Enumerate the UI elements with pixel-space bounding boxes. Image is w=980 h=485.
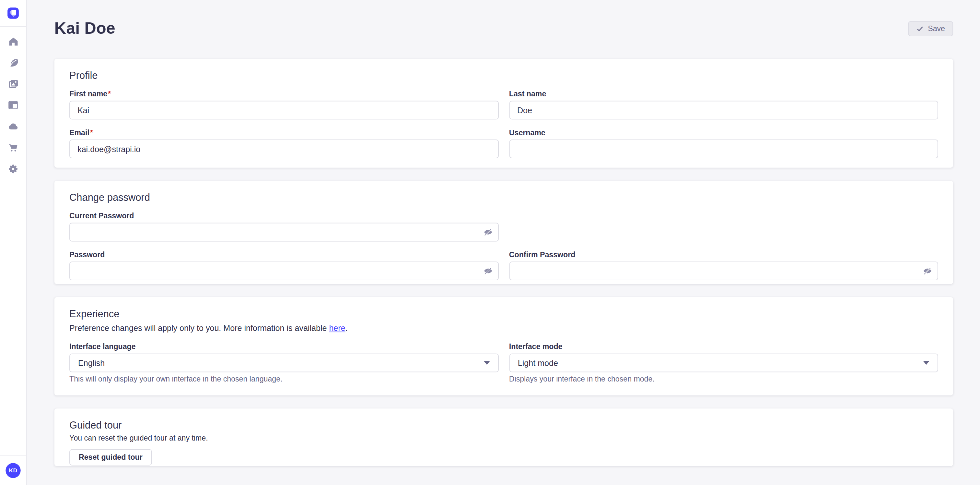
images-icon <box>8 78 19 89</box>
current-password-label: Current Password <box>69 212 498 220</box>
sidebar-footer: KD <box>0 455 26 485</box>
username-field-group: Username <box>509 128 938 158</box>
profile-heading: Profile <box>69 70 938 81</box>
guided-tour-description: You can reset the guided tour at any tim… <box>69 434 938 442</box>
gear-icon <box>8 163 19 174</box>
eye-off-icon <box>923 267 932 275</box>
interface-mode-value: Light mode <box>518 358 558 368</box>
sidebar-item-marketplace[interactable] <box>5 140 21 155</box>
password-grid-spacer <box>509 212 938 242</box>
interface-mode-hint: Displays your interface in the chosen mo… <box>509 375 938 383</box>
sidebar-item-content-manager[interactable] <box>5 55 21 70</box>
interface-mode-label: Interface mode <box>509 342 938 351</box>
guided-tour-heading: Guided tour <box>69 420 938 431</box>
eye-off-icon <box>484 267 492 275</box>
toggle-current-password-visibility-button[interactable] <box>484 228 492 236</box>
last-name-field-group: Last name <box>509 89 938 120</box>
required-marker: * <box>90 128 93 137</box>
confirm-password-field-group: Confirm Password <box>509 250 938 280</box>
check-icon <box>916 25 924 32</box>
cloud-icon <box>8 121 19 132</box>
confirm-password-label: Confirm Password <box>509 250 938 259</box>
current-password-input[interactable] <box>69 223 498 242</box>
page-header: Kai Doe Save <box>54 19 953 38</box>
sidebar: KD <box>0 0 27 485</box>
strapi-logo-icon <box>8 8 19 19</box>
feather-icon <box>8 57 19 68</box>
layout-icon <box>8 100 19 111</box>
toggle-new-password-visibility-button[interactable] <box>484 267 492 275</box>
sidebar-item-settings[interactable] <box>5 161 21 177</box>
change-password-card: Change password Current Password <box>54 181 953 284</box>
sidebar-item-deploy[interactable] <box>5 119 21 134</box>
required-marker: * <box>108 89 111 98</box>
save-button-label: Save <box>928 24 945 33</box>
interface-language-field-group: Interface language English This will onl… <box>69 342 498 383</box>
new-password-input[interactable] <box>69 262 498 280</box>
first-name-field-group: First name* <box>69 89 498 120</box>
reset-guided-tour-button[interactable]: Reset guided tour <box>69 449 152 466</box>
cart-icon <box>8 142 19 153</box>
profile-card: Profile First name* Last name <box>54 59 953 168</box>
first-name-input[interactable] <box>69 101 498 120</box>
logo-section <box>0 0 26 27</box>
email-field-group: Email* <box>69 128 498 158</box>
main-content: Kai Doe Save Profile First name* <box>27 0 980 485</box>
username-label: Username <box>509 128 938 137</box>
interface-language-value: English <box>78 358 105 368</box>
page-title: Kai Doe <box>54 19 115 38</box>
sidebar-item-content-type-builder[interactable] <box>5 98 21 113</box>
save-button[interactable]: Save <box>908 21 953 36</box>
new-password-field-group: Password <box>69 250 498 280</box>
last-name-label: Last name <box>509 89 938 98</box>
home-icon <box>8 36 19 47</box>
profile-grid: First name* Last name Email* <box>69 89 938 158</box>
interface-language-select[interactable]: English <box>69 354 498 372</box>
toggle-confirm-password-visibility-button[interactable] <box>923 267 932 275</box>
email-input[interactable] <box>69 139 498 158</box>
user-avatar[interactable]: KD <box>5 463 21 478</box>
current-password-field-group: Current Password <box>69 212 498 242</box>
app-viewport: KD Kai Doe Save Profile First name <box>0 0 980 485</box>
experience-grid: Interface language English This will onl… <box>69 342 938 383</box>
sidebar-nav <box>0 27 26 183</box>
username-input[interactable] <box>509 139 938 158</box>
sidebar-item-home[interactable] <box>5 34 21 49</box>
interface-language-label: Interface language <box>69 342 498 351</box>
interface-mode-field-group: Interface mode Light mode Displays your … <box>509 342 938 383</box>
interface-mode-select[interactable]: Light mode <box>509 354 938 372</box>
settings-cards: Profile First name* Last name <box>54 59 953 466</box>
experience-description: Preference changes will apply only to yo… <box>69 323 938 334</box>
email-label: Email* <box>69 128 498 137</box>
experience-heading: Experience <box>69 308 938 320</box>
sidebar-item-media-library[interactable] <box>5 76 21 91</box>
eye-off-icon <box>484 228 492 236</box>
interface-language-hint: This will only display your own interfac… <box>69 375 498 383</box>
guided-tour-card: Guided tour You can reset the guided tou… <box>54 408 953 466</box>
chevron-down-icon <box>484 361 490 365</box>
password-grid: Current Password <box>69 212 938 280</box>
last-name-input[interactable] <box>509 101 938 120</box>
strapi-logo-button[interactable] <box>8 8 19 19</box>
avatar-initials: KD <box>9 467 18 474</box>
more-information-link[interactable]: here <box>329 324 345 333</box>
new-password-label: Password <box>69 250 498 259</box>
confirm-password-input[interactable] <box>509 262 938 280</box>
experience-card: Experience Preference changes will apply… <box>54 297 953 396</box>
chevron-down-icon <box>923 361 929 365</box>
first-name-label: First name* <box>69 89 498 98</box>
change-password-heading: Change password <box>69 192 938 203</box>
